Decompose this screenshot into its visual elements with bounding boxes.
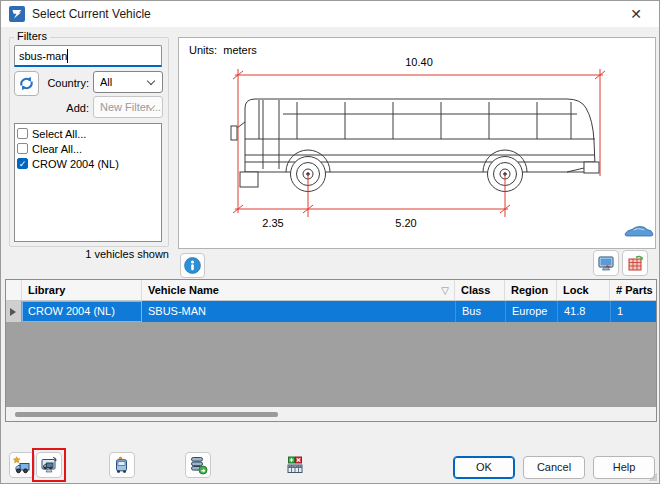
column-header-parts[interactable]: # Parts — [610, 280, 656, 301]
vehicle-preview-panel: Units: meters — [178, 37, 656, 249]
dialog-title: Select Current Vehicle — [32, 7, 151, 21]
vehicle-report-button[interactable] — [622, 250, 648, 276]
country-label: Country: — [37, 77, 89, 89]
info-button[interactable] — [180, 253, 205, 278]
app-logo-icon — [9, 6, 25, 22]
cell-class[interactable]: Bus — [455, 301, 505, 322]
checkbox-checked-icon[interactable]: ✓ — [17, 158, 28, 169]
vehicle-drawing: 10.40 2.35 5.20 — [179, 38, 657, 250]
vehicle-count-text: 1 vehicles shown — [9, 248, 169, 260]
report-table-icon — [626, 254, 644, 272]
edit-columns-icon — [285, 455, 305, 475]
text-caret — [67, 49, 68, 63]
database-button[interactable] — [185, 452, 211, 478]
database-icon — [188, 455, 208, 475]
filter-list: Select All... Clear All... ✓ CROW 2004 (… — [14, 123, 162, 242]
horizontal-scrollbar[interactable] — [6, 407, 656, 421]
column-header-vehicle-name[interactable]: Vehicle Name ▽ — [142, 280, 455, 301]
help-button[interactable]: Help — [593, 456, 655, 479]
info-icon — [184, 257, 201, 274]
horizontal-scrollbar-thumb[interactable] — [15, 412, 278, 417]
column-header-region[interactable]: Region — [505, 280, 557, 301]
filter-item-label: Clear All... — [32, 143, 82, 155]
filters-group-label: Filters — [14, 30, 50, 42]
filter-list-item-clear-all[interactable]: Clear All... — [15, 141, 161, 156]
table-row-selected[interactable]: CROW 2004 (NL) SBUS-MAN Bus Europe 41.8 … — [6, 301, 656, 322]
filter-item-label: Select All... — [32, 128, 86, 140]
checkbox-unchecked-icon[interactable] — [17, 128, 28, 139]
dim-wheelbase: 5.20 — [395, 217, 416, 229]
cell-library[interactable]: CROW 2004 (NL) — [22, 301, 142, 322]
column-header-class[interactable]: Class — [455, 280, 505, 301]
preview-display-button[interactable] — [593, 250, 619, 276]
filter-item-label: CROW 2004 (NL) — [32, 158, 119, 170]
cell-lock[interactable]: 41.8 — [557, 301, 610, 322]
edit-columns-button[interactable] — [282, 452, 308, 478]
car-3d-view-icon — [625, 227, 653, 237]
cell-parts[interactable]: 1 — [610, 301, 656, 322]
country-value: All — [100, 76, 112, 88]
filter-list-item-crow-2004[interactable]: ✓ CROW 2004 (NL) — [15, 156, 161, 171]
close-icon[interactable]: ✕ — [625, 4, 647, 24]
select-current-vehicle-dialog: Select Current Vehicle ✕ Filters Country… — [0, 0, 660, 484]
table-header-row: Library Vehicle Name ▽ Class Region Lock… — [6, 280, 656, 301]
cancel-button[interactable]: Cancel — [523, 456, 585, 479]
resize-grip[interactable] — [649, 473, 657, 481]
checkbox-unchecked-icon[interactable] — [17, 143, 28, 154]
table-corner-cell — [6, 280, 22, 301]
monitor-vehicle-icon — [597, 254, 615, 272]
add-label: Add: — [37, 102, 89, 114]
sort-indicator-icon[interactable]: ▽ — [441, 280, 449, 301]
vehicle-icon — [112, 455, 132, 475]
country-dropdown[interactable]: All — [93, 71, 163, 93]
filter-list-item-select-all[interactable]: Select All... — [15, 126, 161, 141]
vehicle-table: Library Vehicle Name ▽ Class Region Lock… — [5, 279, 657, 422]
dim-front-overhang: 2.35 — [262, 217, 283, 229]
annotation-highlight — [32, 448, 66, 482]
column-header-label: Vehicle Name — [148, 284, 219, 296]
refresh-icon — [18, 75, 35, 92]
refresh-button[interactable] — [14, 71, 39, 96]
row-selector-cell[interactable] — [6, 301, 22, 322]
column-header-lock[interactable]: Lock — [557, 280, 610, 301]
dim-overall-length: 10.40 — [405, 56, 433, 68]
ok-button[interactable]: OK — [453, 456, 515, 479]
current-vehicle-button[interactable] — [109, 452, 135, 478]
column-header-library[interactable]: Library — [22, 280, 142, 301]
title-bar: Select Current Vehicle ✕ — [1, 1, 660, 27]
new-vehicle-icon — [12, 455, 32, 475]
cell-vehicle-name[interactable]: SBUS-MAN — [142, 301, 455, 322]
add-filter-dropdown[interactable]: New Filter.... — [93, 96, 163, 118]
cell-region[interactable]: Europe — [505, 301, 557, 322]
search-input[interactable] — [14, 45, 162, 67]
chevron-down-icon — [147, 77, 155, 85]
